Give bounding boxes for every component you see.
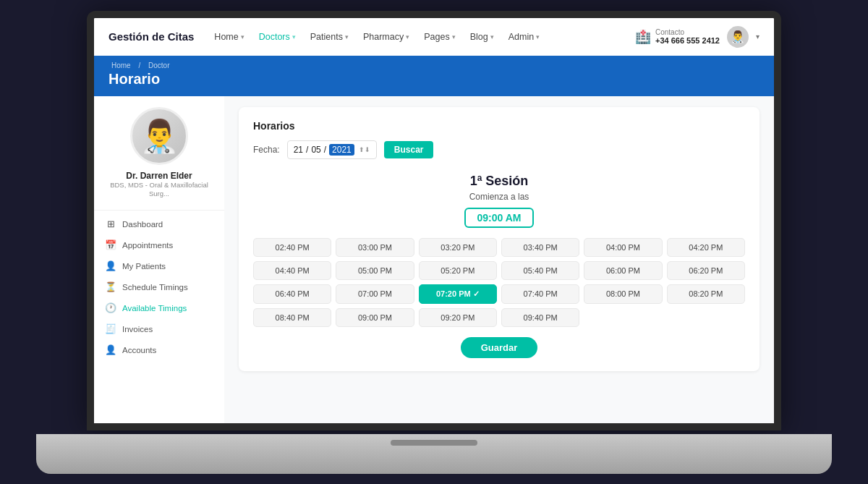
nav-label: Doctors <box>259 32 290 42</box>
account-icon: 👤 <box>105 344 116 355</box>
chevron-down-icon: ▾ <box>406 33 409 41</box>
brand-logo: Gestión de Citas <box>109 30 194 43</box>
sidebar-item-label: Invoices <box>122 325 153 334</box>
schedule-card-title: Horarios <box>253 120 745 132</box>
sidebar: 👨‍⚕️ Dr. Darren Elder BDS, MDS - Oral & … <box>94 96 224 423</box>
sidebar-item-label: Appointments <box>122 241 173 250</box>
calendar-icon: 📅 <box>105 239 116 250</box>
time-slot[interactable]: 04:20 PM <box>667 238 745 257</box>
sidebar-item-available-timings[interactable]: 🕐Available Timings <box>94 297 224 318</box>
date-sep2: / <box>324 145 326 155</box>
sidebar-divider <box>94 210 224 211</box>
session-subtitle: Comienza a las <box>253 192 745 202</box>
sidebar-item-my-patients[interactable]: 👤My Patients <box>94 255 224 276</box>
sidebar-item-label: Schedule Timings <box>122 283 188 292</box>
date-sep1: / <box>306 145 308 155</box>
session-title: 1ª Sesión <box>253 174 745 189</box>
user-avatar[interactable]: 👨‍⚕️ <box>727 26 749 48</box>
user-chevron[interactable]: ▾ <box>756 33 760 41</box>
nav-item-pharmacy[interactable]: Pharmacy▾ <box>357 29 415 45</box>
save-button[interactable]: Guardar <box>461 337 538 358</box>
time-slot[interactable]: 04:40 PM <box>253 261 331 280</box>
time-slot[interactable]: 05:20 PM <box>419 261 497 280</box>
sidebar-item-appointments[interactable]: 📅Appointments <box>94 234 224 255</box>
time-slot[interactable]: 08:40 PM <box>253 308 331 327</box>
nav-item-doctors[interactable]: Doctors▾ <box>253 29 302 45</box>
time-slot[interactable]: 03:00 PM <box>336 238 414 257</box>
doctor-figure-icon: 👨‍⚕️ <box>140 117 179 155</box>
sidebar-menu: ⊞Dashboard📅Appointments👤My Patients⏳Sche… <box>94 213 224 360</box>
time-slot[interactable]: 07:00 PM <box>336 284 414 304</box>
time-slot[interactable]: 03:40 PM <box>501 238 579 257</box>
date-year: 2021 <box>329 144 354 156</box>
navbar: Gestión de Citas Home▾Doctors▾Patients▾P… <box>94 18 774 56</box>
nav-item-admin[interactable]: Admin▾ <box>503 29 545 45</box>
time-slot[interactable]: 06:40 PM <box>253 284 331 304</box>
breadcrumb-home[interactable]: Home <box>111 61 131 69</box>
breadcrumb-bar: Home / Doctor Horario <box>94 56 774 96</box>
nav-right: 🏥 Contacto +34 666 555 2412 👨‍⚕️ ▾ <box>635 26 760 48</box>
breadcrumb-separator: / <box>138 61 140 69</box>
sidebar-item-label: Accounts <box>122 346 156 354</box>
date-spin-icon[interactable]: ⬆⬇ <box>359 146 370 153</box>
breadcrumb-section[interactable]: Doctor <box>148 61 169 69</box>
doctor-name: Dr. Darren Elder <box>126 171 192 181</box>
time-slot[interactable]: 02:40 PM <box>253 238 331 257</box>
check-icon: ✓ <box>473 289 480 298</box>
date-row: Fecha: 21 / 05 / 2021 ⬆⬇ Buscar <box>253 140 745 159</box>
sidebar-item-dashboard[interactable]: ⊞Dashboard <box>94 213 224 234</box>
nav-item-home[interactable]: Home▾ <box>208 29 250 45</box>
contact-phone: +34 666 555 2412 <box>655 36 720 45</box>
time-slot[interactable]: 04:00 PM <box>584 238 662 257</box>
nav-label: Patients <box>310 32 343 42</box>
nav-item-blog[interactable]: Blog▾ <box>464 29 500 45</box>
nav-label: Pages <box>424 32 449 42</box>
time-slot[interactable]: 09:00 PM <box>336 308 414 327</box>
date-day: 21 <box>294 145 303 155</box>
date-month: 05 <box>311 145 320 155</box>
schedule-card: Horarios Fecha: 21 / 05 / 2021 ⬆⬇ <box>239 107 760 371</box>
time-slot[interactable]: 06:00 PM <box>584 261 662 280</box>
chevron-down-icon: ▾ <box>292 33 296 41</box>
sidebar-item-schedule-timings[interactable]: ⏳Schedule Timings <box>94 276 224 297</box>
contact-label: Contacto <box>655 28 720 36</box>
chevron-down-icon: ▾ <box>536 33 540 41</box>
time-slot[interactable]: 09:40 PM <box>501 308 579 327</box>
sidebar-item-label: My Patients <box>122 262 166 271</box>
nav-label: Blog <box>470 32 488 42</box>
chevron-down-icon: ▾ <box>452 33 456 41</box>
search-button[interactable]: Buscar <box>384 141 434 158</box>
time-slot[interactable]: 07:40 PM <box>501 284 579 304</box>
date-label: Fecha: <box>253 145 280 155</box>
date-input[interactable]: 21 / 05 / 2021 ⬆⬇ <box>287 140 377 159</box>
time-slot[interactable]: 05:40 PM <box>501 261 579 280</box>
time-slot[interactable]: 08:00 PM <box>584 284 662 304</box>
chevron-down-icon: ▾ <box>345 33 349 41</box>
file-icon: 🧾 <box>105 323 116 334</box>
session-start-time: 09:00 AM <box>464 208 535 228</box>
nav-item-pages[interactable]: Pages▾ <box>418 29 461 45</box>
hourglass-icon: ⏳ <box>105 281 116 292</box>
save-row: Guardar <box>253 337 745 358</box>
time-slot[interactable]: 07:20 PM ✓ <box>419 284 497 304</box>
nav-label: Pharmacy <box>363 32 404 42</box>
sidebar-item-invoices[interactable]: 🧾Invoices <box>94 318 224 339</box>
doctor-avatar: 👨‍⚕️ <box>130 107 188 165</box>
sidebar-item-label: Dashboard <box>122 220 163 229</box>
time-slot[interactable]: 08:20 PM <box>667 284 745 304</box>
nav-item-patients[interactable]: Patients▾ <box>305 29 354 45</box>
sidebar-item-label: Available Timings <box>122 304 187 313</box>
chevron-down-icon: ▾ <box>490 33 494 41</box>
time-slot[interactable]: 03:20 PM <box>419 238 497 257</box>
session-header: 1ª Sesión Comienza a las 09:00 AM <box>253 174 745 228</box>
user-icon: 👤 <box>105 260 116 271</box>
breadcrumb: Home / Doctor <box>109 61 760 69</box>
main-content: 👨‍⚕️ Dr. Darren Elder BDS, MDS - Oral & … <box>94 96 774 423</box>
time-grid: 02:40 PM03:00 PM03:20 PM03:40 PM04:00 PM… <box>253 238 745 327</box>
time-slot[interactable]: 09:20 PM <box>419 308 497 327</box>
clock-icon: 🕐 <box>105 302 116 313</box>
nav-links: Home▾Doctors▾Patients▾Pharmacy▾Pages▾Blo… <box>208 29 635 45</box>
time-slot[interactable]: 06:20 PM <box>667 261 745 280</box>
time-slot[interactable]: 05:00 PM <box>336 261 414 280</box>
sidebar-item-accounts[interactable]: 👤Accounts <box>94 339 224 360</box>
